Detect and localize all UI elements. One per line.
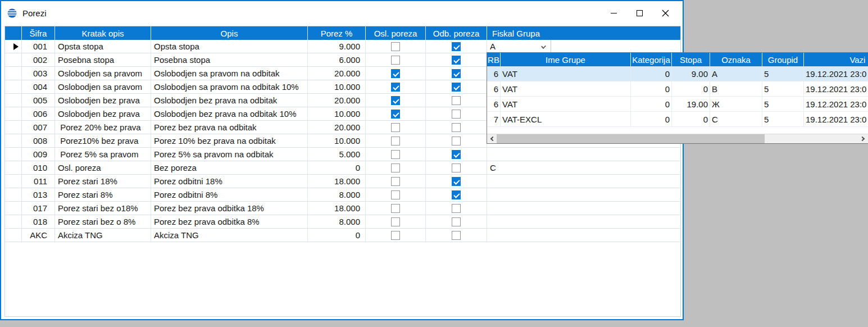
cell-code[interactable]: 013 [22, 188, 55, 202]
popup-row[interactable]: 7VAT-EXCL00C519.12.2021 23:0 [487, 112, 868, 127]
cell-desc[interactable]: Posebna stopa [151, 53, 308, 67]
cell-desc[interactable]: Opsta stopa [151, 40, 308, 53]
cell-desc[interactable]: Porez bez prava odbitka 8% [151, 215, 308, 229]
cell-short-desc[interactable]: Porez 5% sa pravom [55, 148, 151, 161]
popup-cell-rb[interactable]: 7 [487, 112, 501, 127]
header-desc[interactable]: Opis [151, 26, 308, 40]
cell-short-desc[interactable]: Porez stari 8% [55, 188, 151, 202]
popup-cell-stopa[interactable]: 0 [672, 112, 710, 127]
odb-checkbox[interactable] [452, 231, 461, 240]
cell-osl-checkbox[interactable] [366, 215, 426, 229]
odb-checkbox[interactable] [452, 137, 461, 146]
cell-percent[interactable]: 10.000 [308, 107, 366, 121]
osl-checkbox[interactable] [391, 164, 400, 172]
odb-checkbox[interactable] [452, 110, 461, 119]
cell-osl-checkbox[interactable] [366, 161, 426, 175]
popup-cell-groupid[interactable]: 5 [762, 97, 804, 112]
cell-fiskal-grupa[interactable] [487, 175, 680, 188]
cell-percent[interactable]: 20.000 [308, 67, 366, 80]
popup-cell-oznaka[interactable]: B [710, 81, 762, 97]
odb-checkbox-checked[interactable] [452, 177, 461, 186]
popup-cell-kategorija[interactable]: 0 [631, 81, 672, 97]
cell-osl-checkbox[interactable] [366, 80, 426, 94]
odb-checkbox[interactable] [452, 123, 461, 132]
header-short[interactable]: Kratak opis [55, 26, 151, 40]
cell-short-desc[interactable]: Porez10% bez prava [55, 134, 151, 148]
cell-percent[interactable]: 0 [308, 161, 366, 175]
odb-checkbox-checked[interactable] [452, 42, 461, 51]
popup-cell-vazi[interactable]: 19.12.2021 23:0 [804, 97, 868, 112]
popup-cell-vazi[interactable]: 19.12.2021 23:0 [804, 81, 868, 97]
odb-checkbox-checked[interactable] [452, 190, 461, 199]
popup-header-ime[interactable]: Ime Grupe [501, 53, 631, 66]
cell-odb-checkbox[interactable] [426, 148, 487, 161]
cell-fiskal-grupa[interactable] [487, 148, 680, 161]
popup-cell-vazi[interactable]: 19.12.2021 23:0 [804, 112, 868, 127]
cell-code[interactable]: AKC [22, 229, 55, 242]
popup-cell-oznaka[interactable]: Ж [710, 97, 762, 112]
maximize-button[interactable] [626, 4, 652, 21]
cell-fiskal-grupa[interactable] [487, 215, 680, 229]
popup-cell-kategorija[interactable]: 0 [631, 112, 672, 127]
cell-odb-checkbox[interactable] [426, 161, 487, 175]
osl-checkbox[interactable] [391, 150, 400, 159]
cell-percent[interactable]: 10.000 [308, 134, 366, 148]
cell-code[interactable]: 001 [22, 40, 55, 53]
popup-cell-oznaka[interactable]: A [710, 66, 762, 81]
cell-odb-checkbox[interactable] [426, 188, 487, 202]
cell-percent[interactable]: 20.000 [308, 121, 366, 134]
osl-checkbox-checked[interactable] [391, 69, 400, 78]
cell-odb-checkbox[interactable] [426, 67, 487, 80]
header-percent[interactable]: Porez % [308, 26, 366, 40]
cell-percent[interactable]: 18.000 [308, 175, 366, 188]
osl-checkbox[interactable] [391, 123, 400, 132]
cell-percent[interactable]: 18.000 [308, 202, 366, 215]
cell-short-desc[interactable]: Oslobodjen sa pravom [55, 67, 151, 80]
popup-cell-stopa[interactable]: 0 [672, 81, 710, 97]
table-row[interactable]: 011Porez stari 18%Porez odbitni 18%18.00… [5, 175, 680, 188]
odb-checkbox[interactable] [452, 96, 461, 105]
cell-osl-checkbox[interactable] [366, 121, 426, 134]
cell-fiskal-grupa[interactable] [487, 188, 680, 202]
cell-code[interactable]: 007 [22, 121, 55, 134]
scrollbar-thumb[interactable] [497, 134, 765, 143]
cell-odb-checkbox[interactable] [426, 175, 487, 188]
fiskal-grupa-combo[interactable]: A [487, 40, 551, 53]
cell-percent[interactable]: 0 [308, 229, 366, 242]
odb-checkbox[interactable] [452, 164, 461, 172]
cell-short-desc[interactable]: Opsta stopa [55, 40, 151, 53]
cell-short-desc[interactable]: Akciza TNG [55, 229, 151, 242]
popup-cell-groupid[interactable]: 5 [762, 112, 804, 127]
popup-horizontal-scrollbar[interactable] [487, 134, 868, 143]
odb-checkbox-checked[interactable] [452, 69, 461, 78]
cell-osl-checkbox[interactable] [366, 148, 426, 161]
table-row[interactable]: AKCAkciza TNGAkciza TNG0 [5, 229, 680, 242]
cell-short-desc[interactable]: Oslobodjen bez prava [55, 107, 151, 121]
osl-checkbox[interactable] [391, 56, 400, 65]
popup-cell-rb[interactable]: 6 [487, 97, 501, 112]
osl-checkbox-checked[interactable] [391, 83, 400, 92]
cell-short-desc[interactable]: Porez stari bez o18% [55, 202, 151, 215]
cell-osl-checkbox[interactable] [366, 94, 426, 107]
cell-desc[interactable]: Porez 5% sa pravom na odbitak [151, 148, 308, 161]
cell-short-desc[interactable]: Porez 20% bez prava [55, 121, 151, 134]
cell-odb-checkbox[interactable] [426, 53, 487, 67]
cell-desc[interactable]: Porez bez prava odbitka 18% [151, 202, 308, 215]
cell-desc[interactable]: Porez odbitni 8% [151, 188, 308, 202]
popup-row[interactable]: 6VAT00B519.12.2021 23:0 [487, 81, 868, 97]
popup-cell-ime[interactable]: VAT [501, 81, 631, 97]
cell-short-desc[interactable]: Posebna stopa [55, 53, 151, 67]
scroll-right-button[interactable] [858, 134, 868, 143]
cell-short-desc[interactable]: Oslobodjen bez prava [55, 94, 151, 107]
cell-code[interactable]: 009 [22, 148, 55, 161]
cell-desc[interactable]: Bez poreza [151, 161, 308, 175]
table-row[interactable]: 010Osl. porezaBez poreza0C [5, 161, 680, 175]
cell-percent[interactable]: 5.000 [308, 148, 366, 161]
cell-osl-checkbox[interactable] [366, 107, 426, 121]
cell-osl-checkbox[interactable] [366, 229, 426, 242]
popup-cell-ime[interactable]: VAT [501, 66, 631, 81]
table-row[interactable]: 013Porez stari 8%Porez odbitni 8%8.000 [5, 188, 680, 202]
cell-percent[interactable]: 9.000 [308, 40, 366, 53]
cell-osl-checkbox[interactable] [366, 134, 426, 148]
cell-short-desc[interactable]: Porez stari 18% [55, 175, 151, 188]
